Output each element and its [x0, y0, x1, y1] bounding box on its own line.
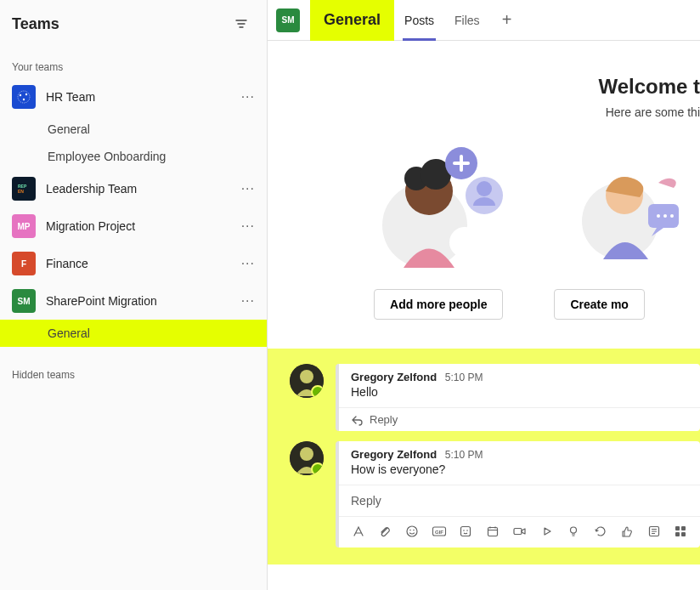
channel-name-tab[interactable]: General	[310, 0, 394, 41]
team-icon-leadership: REPEN	[12, 177, 36, 201]
welcome-title: Welcome t	[268, 75, 700, 99]
format-icon[interactable]	[351, 524, 366, 539]
team-name: Migration Project	[46, 219, 240, 233]
gif-icon[interactable]: GIF	[432, 524, 447, 539]
svg-point-34	[571, 527, 577, 533]
team-icon-sharepoint: SM	[12, 289, 36, 313]
add-people-illustration	[370, 145, 471, 264]
team-name: Leadership Team	[46, 182, 240, 196]
svg-rect-38	[675, 532, 680, 536]
message-item: Gregory Zelfond 5:10 PM Hello Reply	[290, 364, 700, 431]
svg-point-23	[300, 447, 313, 461]
meet-icon[interactable]	[512, 524, 528, 539]
svg-point-10	[449, 227, 480, 258]
svg-rect-36	[675, 526, 680, 530]
svg-point-21	[300, 370, 313, 383]
svg-rect-39	[681, 532, 686, 536]
team-more-button[interactable]: ···	[240, 89, 257, 105]
emoji-icon[interactable]	[404, 524, 420, 539]
svg-point-12	[477, 181, 492, 196]
reply-input[interactable]: Reply	[339, 485, 700, 516]
bulb-icon[interactable]	[566, 524, 581, 539]
svg-point-19	[670, 214, 674, 218]
content-area: Welcome t Here are some thi	[268, 41, 700, 590]
team-row-sharepoint[interactable]: SM SharePoint Migration ···	[0, 282, 267, 320]
svg-point-30	[464, 530, 466, 531]
tab-posts[interactable]: Posts	[394, 0, 444, 41]
main-panel: SM General Posts Files + Welcome t Here …	[268, 0, 700, 590]
message-header: Gregory Zelfond 5:10 PM	[339, 364, 700, 383]
svg-rect-33	[514, 529, 522, 535]
svg-point-26	[413, 530, 415, 531]
your-teams-label: Your teams	[0, 44, 267, 78]
sidebar-header: Teams	[0, 0, 267, 44]
svg-point-17	[657, 214, 660, 218]
viva-icon[interactable]	[646, 524, 662, 539]
avatar[interactable]	[290, 364, 324, 398]
avatar[interactable]	[290, 441, 324, 475]
welcome-subtitle: Here are some thi	[268, 105, 700, 119]
message-time: 5:10 PM	[445, 372, 483, 383]
add-tab-button[interactable]: +	[490, 10, 524, 30]
tab-files[interactable]: Files	[444, 0, 490, 41]
message-author: Gregory Zelfond	[351, 448, 437, 461]
message-time: 5:10 PM	[445, 449, 483, 461]
team-row-migration[interactable]: MP Migration Project ···	[0, 207, 267, 245]
create-channels-illustration	[582, 145, 684, 264]
message-text: Hello	[339, 383, 700, 407]
svg-point-3	[23, 99, 25, 100]
channel-sharepoint-general[interactable]: General	[0, 320, 267, 347]
team-icon-migration: MP	[12, 214, 36, 238]
sticker-icon[interactable]	[459, 524, 474, 539]
hidden-teams-label: Hidden teams	[0, 347, 267, 386]
attach-icon[interactable]	[378, 524, 393, 539]
team-name: SharePoint Migration	[46, 294, 240, 308]
message-body: Gregory Zelfond 5:10 PM How is everyone?…	[336, 441, 700, 547]
svg-point-31	[467, 530, 469, 531]
reply-icon	[351, 414, 363, 426]
praise-icon[interactable]	[619, 524, 635, 539]
svg-point-24	[407, 526, 417, 536]
stream-icon[interactable]	[539, 524, 555, 539]
welcome-buttons: Add more people Create mo	[319, 281, 700, 340]
message-header: Gregory Zelfond 5:10 PM	[339, 441, 700, 461]
team-row-finance[interactable]: F Finance ···	[0, 245, 267, 282]
filter-button[interactable]	[229, 12, 253, 36]
channel-hr-general[interactable]: General	[0, 116, 267, 143]
team-name: Finance	[46, 257, 240, 270]
team-name: HR Team	[46, 90, 240, 104]
svg-text:GIF: GIF	[435, 530, 443, 535]
conversation-area: Gregory Zelfond 5:10 PM Hello Reply	[268, 349, 700, 564]
compose-toolbar: GIF	[339, 516, 700, 547]
team-more-button[interactable]: ···	[240, 293, 257, 309]
message-body: Gregory Zelfond 5:10 PM Hello Reply	[336, 364, 700, 431]
reply-button[interactable]: Reply	[339, 407, 700, 431]
approvals-icon[interactable]	[593, 524, 608, 539]
team-more-button[interactable]: ···	[240, 218, 257, 234]
welcome-section: Welcome t Here are some thi	[268, 41, 700, 349]
svg-point-0	[18, 91, 30, 103]
svg-text:EN: EN	[18, 189, 24, 194]
svg-rect-32	[488, 528, 497, 536]
add-people-button[interactable]: Add more people	[374, 289, 503, 320]
svg-point-1	[20, 94, 21, 96]
team-icon-finance: F	[12, 252, 36, 275]
create-channels-button[interactable]: Create mo	[554, 289, 644, 320]
sidebar-title: Teams	[12, 15, 59, 33]
svg-point-25	[409, 530, 411, 531]
filter-icon	[234, 17, 248, 31]
team-more-button[interactable]: ···	[240, 181, 257, 196]
svg-point-2	[25, 94, 27, 95]
message-item: Gregory Zelfond 5:10 PM How is everyone?…	[290, 441, 700, 547]
svg-point-18	[663, 214, 667, 218]
schedule-icon[interactable]	[485, 524, 500, 539]
more-apps-icon[interactable]	[673, 524, 688, 539]
teams-sidebar: Teams Your teams HR Team ··· General Emp…	[0, 0, 268, 590]
team-more-button[interactable]: ···	[240, 256, 257, 271]
team-icon-hr	[12, 85, 36, 109]
team-row-leadership[interactable]: REPEN Leadership Team ···	[0, 170, 267, 207]
team-row-hr[interactable]: HR Team ···	[0, 78, 267, 116]
channel-hr-onboarding[interactable]: Employee Onboarding	[0, 143, 267, 170]
message-text: How is everyone?	[339, 461, 700, 485]
topbar-team-icon[interactable]: SM	[276, 9, 300, 32]
